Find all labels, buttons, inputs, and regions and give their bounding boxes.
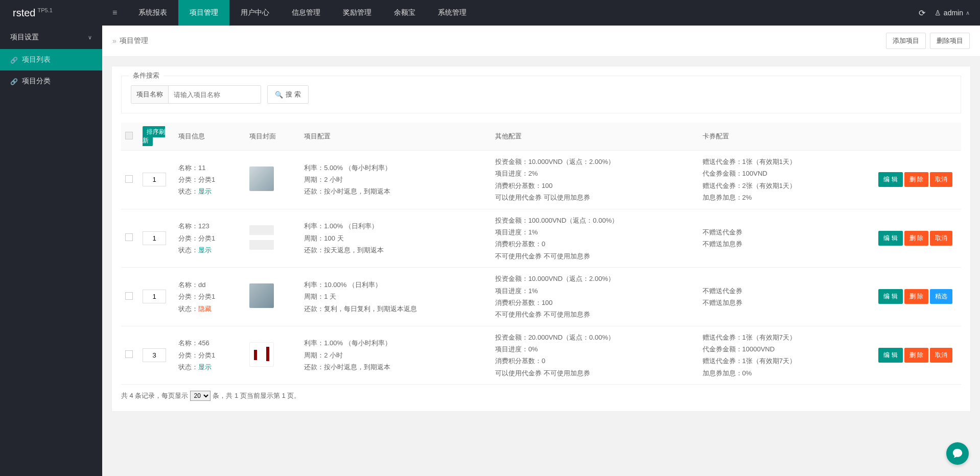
search-button[interactable]: 🔍 搜 索	[267, 85, 309, 104]
link-icon	[10, 77, 18, 85]
row-action-button[interactable]: 取消	[930, 231, 952, 246]
select-all-checkbox[interactable]	[125, 132, 133, 139]
top-nav-item[interactable]: 奖励管理	[332, 0, 383, 26]
other-config: 投资金额：10.000VND（返点：2.00%）项目进度：1%消费积分基数：10…	[495, 273, 694, 321]
logo-main: rsted	[13, 7, 35, 19]
row-action-button[interactable]: 删 除	[904, 348, 928, 363]
project-info: 名称：11分类：分类1状态：显示	[178, 162, 241, 198]
row-action-button[interactable]: 编 辑	[878, 348, 902, 363]
project-config: 利率：1.00% （每小时利率）周期：2 小时还款：按小时返息，到期返本	[304, 337, 487, 373]
breadcrumb-bar: » 项目管理 添加项目 删除项目	[102, 26, 980, 57]
user-icon: ♙	[935, 9, 941, 17]
top-nav-item[interactable]: 余额宝	[383, 0, 427, 26]
project-name-input-group: 项目名称	[131, 85, 261, 104]
sort-input[interactable]	[143, 231, 166, 245]
card-config: 不赠送代金券不赠送加息券	[703, 285, 855, 309]
card-config: 不赠送代金券不赠送加息券	[703, 226, 855, 250]
col-other-config: 其他配置	[491, 123, 698, 151]
header: rsted TP5.1 ≡ 系统报表项目管理用户中心信息管理奖励管理余额宝系统管…	[0, 0, 980, 26]
project-thumbnail	[249, 342, 274, 367]
sort-refresh-button[interactable]: 排序刷新	[143, 126, 165, 146]
top-nav-item[interactable]: 系统报表	[127, 0, 178, 26]
top-nav-item[interactable]: 系统管理	[427, 0, 478, 26]
user-name: admin	[944, 9, 963, 17]
search-icon: 🔍	[275, 91, 283, 99]
main-content: » 项目管理 添加项目 删除项目 条件搜索 项目名称 🔍 搜 索	[102, 26, 980, 476]
row-action-button[interactable]: 删 除	[904, 172, 928, 187]
row-action-button[interactable]: 编 辑	[878, 231, 902, 246]
menu-icon: ≡	[112, 8, 117, 17]
project-thumbnail	[249, 283, 274, 308]
row-action-button[interactable]: 取消	[930, 348, 952, 363]
search-fieldset: 条件搜索 项目名称 🔍 搜 索	[121, 76, 961, 113]
search-legend: 条件搜索	[129, 71, 164, 80]
pager-mid: 条，共 1 页当前显示第 1 页。	[213, 391, 300, 400]
chat-fab[interactable]	[946, 442, 969, 465]
project-name-label: 项目名称	[131, 86, 169, 103]
row-checkbox[interactable]	[125, 292, 133, 300]
sort-input[interactable]	[143, 348, 166, 362]
row-action-button[interactable]: 删 除	[904, 231, 928, 246]
row-action-button[interactable]: 精选	[930, 289, 952, 304]
sidebar-item-label: 项目列表	[22, 55, 51, 64]
project-info: 名称：123分类：分类1状态：显示	[178, 220, 241, 256]
project-name-input[interactable]	[169, 86, 261, 103]
sidebar-item[interactable]: 项目列表	[0, 49, 102, 70]
breadcrumb-title: 项目管理	[120, 36, 148, 45]
card-config: 赠送代金券：1张（有效期1天）代金券金额：100VND赠送代金券：2张（有效期1…	[703, 156, 855, 204]
other-config: 投资金额：10.000VND（返点：2.00%）项目进度：2%消费积分基数：10…	[495, 156, 694, 204]
sidebar-item-label: 项目分类	[22, 77, 51, 86]
top-nav: 系统报表项目管理用户中心信息管理奖励管理余额宝系统管理	[127, 0, 478, 26]
page-size-select[interactable]: 20	[190, 391, 211, 401]
row-checkbox[interactable]	[125, 350, 133, 358]
delete-project-button[interactable]: 删除项目	[930, 33, 970, 49]
content-card: 条件搜索 项目名称 🔍 搜 索	[111, 66, 971, 412]
project-config: 利率：1.00% （日利率）周期：100 天还款：按天返息，到期返本	[304, 220, 487, 256]
breadcrumb-arrow-icon: »	[112, 37, 116, 45]
chat-icon	[952, 448, 963, 459]
pagination: 共 4 条记录，每页显示 20 条，共 1 页当前显示第 1 页。	[121, 391, 961, 401]
project-thumbnail	[249, 225, 274, 250]
chevron-down-icon: ∨	[88, 34, 92, 41]
project-table: 排序刷新 项目信息 项目封面 项目配置 其他配置 卡券配置 名称：11分类：分类…	[121, 123, 961, 385]
row-action-button[interactable]: 编 辑	[878, 172, 902, 187]
sort-input[interactable]	[143, 173, 166, 186]
sidebar-item[interactable]: 项目分类	[0, 70, 102, 92]
top-nav-item[interactable]: 项目管理	[178, 0, 229, 26]
sidebar-group-project-settings[interactable]: 项目设置 ∨	[0, 26, 102, 49]
top-nav-item[interactable]: 信息管理	[281, 0, 332, 26]
project-info: 名称：dd分类：分类1状态：隐藏	[178, 279, 241, 315]
row-checkbox[interactable]	[125, 175, 133, 183]
row-checkbox[interactable]	[125, 233, 133, 241]
search-button-label: 搜 索	[286, 90, 301, 99]
project-config: 利率：5.00% （每小时利率）周期：2 小时还款：按小时返息，到期返本	[304, 162, 487, 198]
link-icon	[10, 56, 18, 64]
chevron-up-icon: ∧	[966, 10, 970, 16]
project-info: 名称：456分类：分类1状态：显示	[178, 337, 241, 373]
table-row: 名称：123分类：分类1状态：显示利率：1.00% （日利率）周期：100 天还…	[121, 209, 961, 268]
refresh-icon[interactable]: ⟳	[919, 8, 925, 18]
sidebar: 项目设置 ∨ 项目列表项目分类	[0, 26, 102, 476]
sidebar-toggle[interactable]: ≡	[102, 8, 127, 17]
table-row: 名称：456分类：分类1状态：显示利率：1.00% （每小时利率）周期：2 小时…	[121, 326, 961, 385]
pager-pre: 共 4 条记录，每页显示	[121, 391, 188, 400]
logo-version: TP5.1	[37, 7, 52, 13]
top-nav-item[interactable]: 用户中心	[229, 0, 281, 26]
card-config: 赠送代金券：1张（有效期7天）代金券金额：10000VND赠送代金券：1张（有效…	[703, 331, 855, 379]
col-project-config: 项目配置	[300, 123, 491, 151]
row-action-button[interactable]: 编 辑	[878, 289, 902, 304]
other-config: 投资金额：100.000VND（返点：0.00%）项目进度：1%消费积分基数：0…	[495, 215, 694, 263]
add-project-button[interactable]: 添加项目	[886, 33, 926, 49]
other-config: 投资金额：20.000VND（返点：0.00%）项目进度：0%消费积分基数：0可…	[495, 331, 694, 379]
col-project-cover: 项目封面	[245, 123, 300, 151]
sort-input[interactable]	[143, 290, 166, 303]
user-dropdown[interactable]: ♙ admin ∧	[935, 9, 970, 17]
col-card-config: 卡券配置	[698, 123, 859, 151]
logo: rsted TP5.1	[0, 7, 102, 19]
table-row: 名称：11分类：分类1状态：显示利率：5.00% （每小时利率）周期：2 小时还…	[121, 151, 961, 209]
col-project-info: 项目信息	[174, 123, 245, 151]
row-action-button[interactable]: 删 除	[904, 289, 928, 304]
header-right: ⟳ ♙ admin ∧	[919, 8, 980, 18]
row-action-button[interactable]: 取消	[930, 172, 952, 187]
project-thumbnail	[249, 166, 274, 191]
